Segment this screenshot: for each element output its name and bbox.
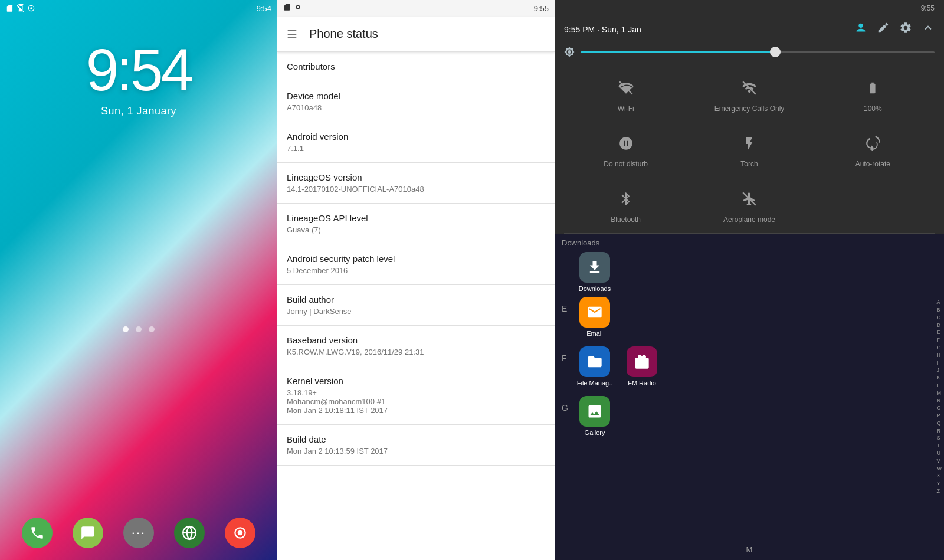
- qs-tile-torch[interactable]: Torch: [687, 122, 811, 178]
- build-date-item: Build date Mon Jan 2 10:13:59 IST 2017: [277, 425, 555, 466]
- qs-tile-battery[interactable]: 100%: [811, 67, 935, 122]
- brightness-slider[interactable]: [555, 44, 944, 67]
- app-file-manager[interactable]: File Manag..: [573, 346, 616, 387]
- qs-edit-icon[interactable]: [877, 21, 890, 37]
- qs-tile-airplane[interactable]: Aeroplane mode: [687, 178, 811, 233]
- app-gallery[interactable]: Gallery: [573, 396, 616, 436]
- alpha-v[interactable]: V: [937, 458, 942, 464]
- brightness-thumb: [770, 47, 781, 57]
- app-downloads[interactable]: Downloads: [573, 252, 616, 292]
- lineageos-version-item: LineageOS version 14.1-20170102-UNOFFICI…: [277, 163, 555, 204]
- qs-account-icon[interactable]: [854, 21, 867, 37]
- qs-tile-rotate[interactable]: Auto-rotate: [811, 122, 935, 178]
- alpha-s[interactable]: S: [937, 435, 942, 441]
- dock-browser-button[interactable]: [174, 518, 205, 548]
- alpha-f[interactable]: F: [937, 337, 942, 343]
- kernel-version-label: Kernel version: [287, 376, 545, 386]
- alpha-t[interactable]: T: [937, 443, 942, 449]
- alpha-d[interactable]: D: [937, 322, 942, 329]
- file-manager-app-label: File Manag..: [577, 379, 613, 387]
- sim-icon: [6, 4, 14, 12]
- contributors-item: Contributors: [277, 52, 555, 81]
- alpha-w[interactable]: W: [937, 466, 942, 472]
- alpha-r[interactable]: R: [937, 428, 942, 434]
- alpha-x[interactable]: X: [937, 473, 942, 479]
- qs-tiles-grid: Wi-Fi Emergency Calls Only 100%: [555, 67, 944, 233]
- contributors-label: Contributors: [287, 61, 545, 71]
- f-section-letter: F: [562, 346, 573, 363]
- lineageos-api-item: LineageOS API level Guava (7): [277, 204, 555, 244]
- lock-screen-dock: ···: [0, 518, 277, 548]
- android-version-value: 7.1.1: [287, 144, 545, 153]
- alpha-p[interactable]: P: [937, 412, 942, 419]
- build-date-value: Mon Jan 2 10:13:59 IST 2017: [287, 447, 545, 456]
- phone-signal-icon: [294, 3, 302, 11]
- qs-header-icons: [854, 21, 935, 37]
- alphabetical-scroll-bar[interactable]: A B C D E F G H I J K L M N O P Q R S T …: [937, 234, 942, 560]
- alpha-k[interactable]: K: [937, 375, 942, 381]
- alpha-m[interactable]: M: [937, 390, 942, 397]
- alpha-i[interactable]: I: [937, 360, 942, 366]
- ring-icon: [27, 4, 35, 12]
- alpha-n[interactable]: N: [937, 398, 942, 404]
- baseband-version-value: K5.ROW.M.LWG.V19, 2016/11/29 21:31: [287, 348, 545, 356]
- security-patch-label: Android security patch level: [287, 254, 545, 264]
- lineageos-version-value: 14.1-20170102-UNOFFICIAL-A7010a48: [287, 185, 545, 194]
- e-section-letter: E: [562, 297, 573, 313]
- hamburger-menu-button[interactable]: ☰: [287, 27, 297, 41]
- alpha-y[interactable]: Y: [937, 480, 942, 487]
- alpha-e[interactable]: E: [937, 329, 942, 336]
- downloads-app-label: Downloads: [579, 285, 611, 292]
- alpha-o[interactable]: O: [937, 405, 942, 411]
- alpha-z[interactable]: Z: [937, 488, 942, 494]
- phone-sim-icon: [283, 3, 291, 11]
- alpha-b[interactable]: B: [937, 307, 942, 313]
- kernel-version-value: 3.18.19+ Mohancm@mohancm100 #1 Mon Jan 2…: [287, 388, 545, 415]
- phone-icon: [30, 525, 45, 541]
- lineageos-version-label: LineageOS version: [287, 172, 545, 182]
- alpha-j[interactable]: J: [937, 367, 942, 374]
- device-model-item: Device model A7010a48: [277, 81, 555, 122]
- qs-airplane-icon: [738, 187, 761, 211]
- dock-messages-button[interactable]: [73, 518, 103, 548]
- qs-tile-emergency[interactable]: Emergency Calls Only: [687, 67, 811, 122]
- brightness-icon: [564, 47, 575, 57]
- build-date-label: Build date: [287, 434, 545, 444]
- qs-collapse-icon[interactable]: [922, 21, 935, 37]
- dock-record-button[interactable]: [225, 518, 255, 548]
- alpha-h[interactable]: H: [937, 352, 942, 359]
- current-section-indicator: M: [746, 545, 753, 554]
- qs-torch-label: Torch: [740, 160, 758, 168]
- svg-point-5: [238, 530, 243, 536]
- browser-icon: [182, 525, 197, 541]
- qs-battery-label: 100%: [864, 104, 882, 113]
- downloads-icon: [579, 252, 610, 283]
- qs-tile-wifi[interactable]: Wi-Fi: [564, 67, 687, 122]
- dot-3: [149, 326, 155, 332]
- file-manager-icon: [579, 346, 610, 377]
- qs-tile-dnd[interactable]: Do not disturb: [564, 122, 687, 178]
- dot-2: [136, 326, 142, 332]
- lock-screen-page-indicator: [0, 324, 277, 335]
- g-section: G Gallery: [555, 391, 944, 441]
- alpha-l[interactable]: L: [937, 382, 942, 389]
- app-fm-radio[interactable]: FM Radio: [621, 346, 663, 387]
- alpha-u[interactable]: U: [937, 450, 942, 457]
- alpha-c[interactable]: C: [937, 315, 942, 321]
- qs-tile-bluetooth[interactable]: Bluetooth: [564, 178, 687, 233]
- baseband-version-label: Baseband version: [287, 335, 545, 345]
- app-email[interactable]: Email: [573, 297, 616, 337]
- qs-bluetooth-icon: [614, 187, 638, 211]
- qs-status-bar: 9:55: [555, 0, 944, 17]
- dock-phone-button[interactable]: [22, 518, 53, 548]
- message-icon: [80, 525, 96, 541]
- apps-dots-icon: ···: [132, 525, 146, 541]
- qs-battery-icon: [861, 76, 884, 100]
- dock-apps-button[interactable]: ···: [123, 518, 154, 548]
- alpha-g[interactable]: G: [937, 345, 942, 351]
- qs-torch-icon: [738, 132, 761, 155]
- alpha-a[interactable]: A: [937, 299, 942, 306]
- qs-settings-icon[interactable]: [899, 21, 912, 37]
- brightness-track[interactable]: [581, 51, 935, 53]
- alpha-q[interactable]: Q: [937, 420, 942, 427]
